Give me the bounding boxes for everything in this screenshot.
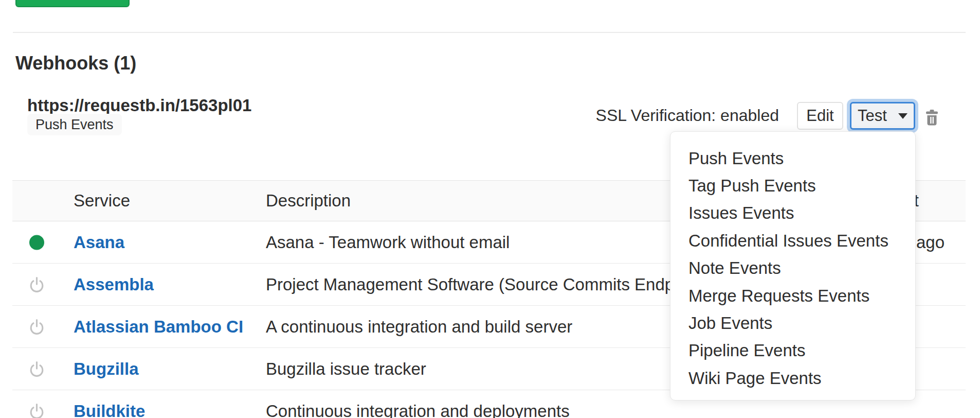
status-icon-cell — [28, 276, 45, 293]
edit-button-label: Edit — [806, 107, 833, 125]
service-link-buildkite[interactable]: Buildkite — [74, 402, 145, 418]
dropdown-item-push-events[interactable]: Push Events — [670, 145, 915, 172]
power-off-icon — [29, 276, 45, 293]
dropdown-item-pipeline-events[interactable]: Pipeline Events — [670, 337, 915, 364]
power-off-icon — [29, 360, 45, 377]
test-button-label: Test — [858, 107, 887, 125]
service-description: A continuous integration and build serve… — [266, 317, 572, 337]
status-icon-cell — [28, 403, 45, 418]
status-icon-cell — [28, 318, 45, 335]
column-header-service: Service — [74, 191, 130, 211]
ssl-verification-status: SSL Verification: enabled — [596, 106, 779, 125]
test-webhook-button[interactable]: Test — [850, 102, 915, 130]
status-icon-cell — [28, 360, 45, 377]
column-header-description: Description — [266, 191, 351, 211]
service-description: Project Management Software (Source Comm… — [266, 275, 707, 294]
power-off-icon — [29, 318, 45, 335]
push-events-badge: Push Events — [27, 114, 122, 135]
dropdown-item-confidential-issues-events[interactable]: Confidential Issues Events — [670, 227, 915, 254]
last-edit-value: ago — [916, 233, 945, 252]
webhook-url: https://requestb.in/1563pl01 — [27, 96, 251, 115]
chevron-down-icon — [898, 113, 908, 119]
active-status-dot-icon — [29, 235, 44, 250]
service-description: Asana - Teamwork without email — [266, 233, 510, 252]
service-link-bugzilla[interactable]: Bugzilla — [74, 359, 139, 379]
service-link-atlassian-bamboo[interactable]: Atlassian Bamboo CI — [74, 317, 243, 337]
dropdown-item-issues-events[interactable]: Issues Events — [670, 200, 915, 227]
test-dropdown-menu: Push Events Tag Push Events Issues Event… — [670, 131, 916, 400]
dropdown-item-note-events[interactable]: Note Events — [670, 255, 915, 282]
trash-icon — [925, 119, 939, 127]
webhooks-section-title: Webhooks (1) — [15, 53, 136, 74]
delete-webhook-button[interactable] — [925, 110, 939, 126]
dropdown-item-wiki-page-events[interactable]: Wiki Page Events — [670, 364, 915, 392]
add-webhook-button[interactable] — [15, 0, 130, 7]
status-icon-cell — [28, 235, 45, 250]
service-link-asana[interactable]: Asana — [74, 233, 124, 252]
section-divider — [13, 32, 966, 33]
service-link-assembla[interactable]: Assembla — [74, 275, 154, 294]
service-description: Continuous integration and deployments — [266, 402, 570, 418]
dropdown-item-merge-requests-events[interactable]: Merge Requests Events — [670, 282, 915, 309]
dropdown-item-job-events[interactable]: Job Events — [670, 309, 915, 337]
edit-webhook-button[interactable]: Edit — [797, 102, 843, 130]
power-off-icon — [29, 403, 45, 418]
dropdown-item-tag-push-events[interactable]: Tag Push Events — [670, 172, 915, 199]
service-description: Bugzilla issue tracker — [266, 359, 426, 379]
